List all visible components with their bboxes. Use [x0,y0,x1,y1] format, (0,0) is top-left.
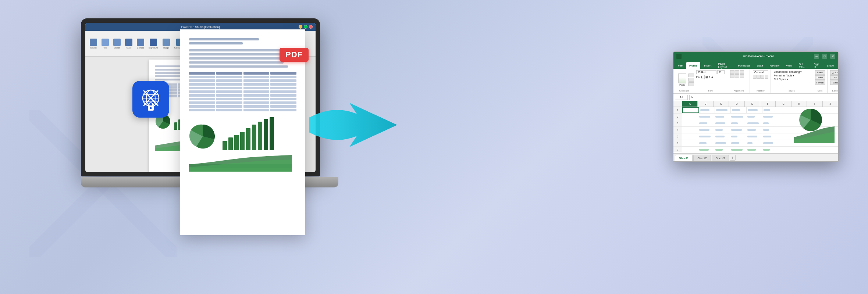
cell-F4[interactable] [762,127,778,133]
toolbar-group-6[interactable]: Signature [147,38,160,50]
align-right-icon[interactable] [740,70,744,74]
name-box[interactable]: A1 [675,95,688,100]
cell-A1[interactable] [682,107,699,113]
tab-file[interactable]: File [675,62,686,69]
sheet-tab-3[interactable]: Sheet3 [712,155,729,161]
col-header-D[interactable]: D [729,101,744,107]
tab-insert[interactable]: Insert [701,62,714,69]
cell-F3[interactable] [762,120,778,126]
cell-B5[interactable] [698,133,714,140]
cell-D4[interactable] [730,127,746,133]
autosum-btn[interactable]: ∑ Sum [830,70,839,75]
formula-input[interactable] [695,95,837,100]
cell-F1[interactable] [762,107,778,113]
cell-G6[interactable] [778,140,794,146]
cell-F5[interactable] [762,133,778,140]
cell-D2[interactable] [730,114,746,120]
cell-G7[interactable] [778,147,794,152]
decrease-decimal-icon[interactable] [765,75,768,79]
cell-D3[interactable] [730,120,746,126]
format-painter-icon[interactable] [688,82,694,86]
tab-review[interactable]: Review [767,62,782,69]
tab-page-layout[interactable]: Page Layout [715,62,734,69]
toolbar-group-1[interactable]: Object [88,38,99,50]
sheet-tab-2[interactable]: Sheet2 [693,155,711,161]
sheet-tab-1[interactable]: Sheet1 [675,155,693,161]
clear-btn[interactable]: Clear [830,80,839,85]
cell-D7[interactable] [730,147,746,152]
cell-C6[interactable] [714,140,730,146]
cell-E3[interactable] [746,120,762,126]
fill-btn[interactable]: Fill [830,75,839,80]
cell-F2[interactable] [762,114,778,120]
cell-A7[interactable] [682,147,698,152]
excel-maximize-btn[interactable]: □ [822,54,827,59]
cell-D5[interactable] [730,133,746,140]
align-top-icon[interactable] [730,74,734,78]
col-header-E[interactable]: E [745,101,760,107]
cut-icon[interactable] [688,74,694,77]
cell-G3[interactable] [778,120,794,126]
cell-E2[interactable] [746,114,762,120]
cell-G2[interactable] [778,114,794,120]
percent-icon[interactable] [753,75,757,79]
cell-B6[interactable] [698,140,714,146]
add-sheet-button[interactable]: + [730,155,736,161]
cell-H7[interactable] [794,147,838,152]
increase-decimal-icon[interactable] [761,75,765,79]
font-name-dropdown[interactable]: Calibri [696,70,716,74]
conditional-formatting-btn[interactable]: Conditional Formatting ▾ [773,70,810,74]
align-center-icon[interactable] [735,70,739,74]
cell-G5[interactable] [778,133,794,140]
paste-button[interactable]: Paste [677,72,687,87]
format-as-table-btn[interactable]: Format as Table ▾ [773,74,810,78]
cell-E7[interactable] [746,147,762,152]
fill-color-button[interactable]: A [709,76,711,79]
col-header-H[interactable]: H [791,101,807,107]
cell-B2[interactable] [698,114,714,120]
cell-G4[interactable] [778,127,794,133]
tab-view[interactable]: View [783,62,795,69]
number-format-dropdown[interactable]: General [753,70,768,74]
align-bottom-icon[interactable] [740,74,744,78]
excel-close-btn[interactable]: ✕ [830,54,835,59]
tab-share[interactable]: Share [824,62,837,69]
cell-C3[interactable] [714,120,730,126]
cell-B4[interactable] [698,127,714,133]
col-header-J[interactable]: J [823,101,838,107]
font-size-dropdown[interactable]: 11 [717,70,725,74]
cell-E4[interactable] [746,127,762,133]
underline-button[interactable]: U [701,75,704,79]
cell-G1[interactable] [778,107,794,113]
cell-D1[interactable] [731,107,747,113]
toolbar-group-5[interactable]: Combo [135,38,146,50]
cell-B3[interactable] [698,120,714,126]
tab-sign-in[interactable]: Sign in [811,62,823,69]
cell-D6[interactable] [730,140,746,146]
cell-H1[interactable] [794,107,838,113]
col-header-B[interactable]: B [698,101,713,107]
cell-A2[interactable] [682,114,698,120]
cell-C1[interactable] [715,107,731,113]
tab-tell-me[interactable]: Tell me... [796,62,810,69]
col-header-G[interactable]: G [776,101,791,107]
cell-E1[interactable] [747,107,762,113]
close-btn[interactable] [309,25,313,29]
cell-F6[interactable] [762,140,778,146]
toolbar-group-4[interactable]: Paste [124,38,134,50]
tab-formulas[interactable]: Formulas [735,62,753,69]
maximize-btn[interactable] [304,25,307,29]
font-color-button[interactable]: A [711,76,713,79]
col-header-A[interactable]: A [682,101,698,107]
cell-A6[interactable] [682,140,698,146]
col-header-F[interactable]: F [760,101,776,107]
align-middle-icon[interactable] [735,74,739,78]
col-header-I[interactable]: I [807,101,822,107]
excel-minimize-btn[interactable]: ─ [814,54,819,59]
cell-B7[interactable] [698,147,714,152]
tab-data[interactable]: Data [754,62,766,69]
italic-button[interactable]: I [700,75,701,79]
border-button[interactable]: ⊞ [705,76,708,79]
bold-button[interactable]: B [696,75,699,79]
minimize-btn[interactable] [299,25,302,29]
